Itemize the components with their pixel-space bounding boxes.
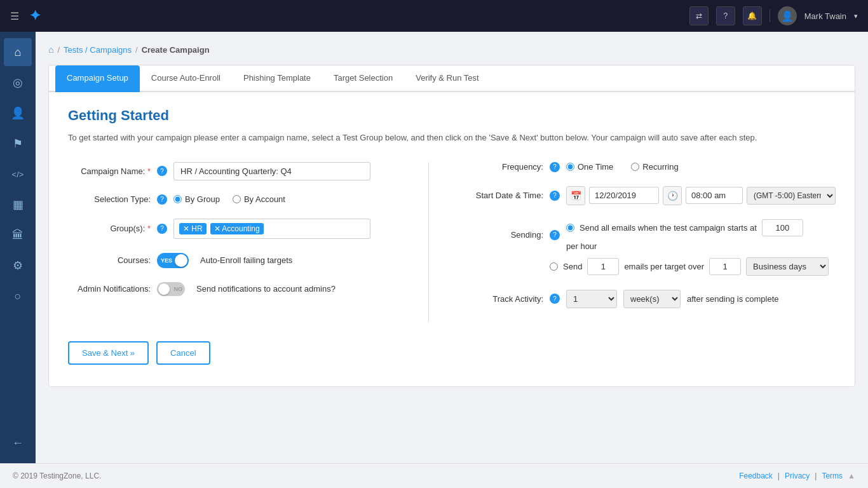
- date-input[interactable]: [589, 187, 659, 204]
- sidebar-item-settings[interactable]: ⚙: [4, 252, 32, 280]
- sidebar-item-circle[interactable]: ○: [4, 282, 32, 310]
- form-right-column: Frequency: ? One Time Recurring: [461, 162, 836, 322]
- track-activity-help-icon[interactable]: ?: [550, 294, 560, 304]
- save-next-button[interactable]: Save & Next »: [68, 341, 149, 365]
- start-datetime-label: Start Date & Time:: [461, 191, 543, 200]
- campaign-name-input[interactable]: [173, 162, 370, 180]
- send-all-radio[interactable]: [566, 224, 574, 232]
- sidebar-item-bank[interactable]: 🏛: [4, 221, 32, 249]
- send-text: Send: [563, 262, 582, 271]
- per-hour-text: per hour: [566, 241, 597, 251]
- sidebar: ⌂ ◎ 👤 ⚑ </> ▦ 🏛 ⚙ ○ ←: [0, 32, 36, 463]
- days-over-input[interactable]: [709, 258, 741, 275]
- recurring-radio[interactable]: [631, 163, 639, 171]
- groups-required-indicator: *: [147, 224, 151, 233]
- one-time-radio[interactable]: [566, 163, 574, 171]
- groups-label: Group(s): *: [68, 224, 151, 233]
- campaign-name-help-icon[interactable]: ?: [157, 166, 167, 176]
- tab-target-selection[interactable]: Target Selection: [322, 65, 404, 92]
- calendar-icon[interactable]: 📅: [566, 186, 585, 205]
- one-time-option[interactable]: One Time: [566, 162, 613, 172]
- sidebar-item-users[interactable]: 👤: [4, 99, 32, 127]
- footer-feedback-link[interactable]: Feedback: [739, 471, 773, 480]
- scroll-to-top-icon[interactable]: ▲: [848, 471, 855, 480]
- yes-toggle-label: YES: [161, 257, 172, 264]
- by-group-label: By Group: [185, 194, 220, 204]
- sidebar-item-back[interactable]: ←: [4, 429, 32, 457]
- start-datetime-help-icon[interactable]: ?: [550, 191, 560, 201]
- toggle-knob: [158, 283, 170, 295]
- form-title: Getting Started: [68, 107, 836, 124]
- sending-option1-line: Send all emails when the test campaign s…: [566, 219, 836, 251]
- help-icon[interactable]: ?: [716, 6, 735, 25]
- by-account-radio[interactable]: [233, 195, 241, 203]
- toggle-no-label: NO: [174, 286, 183, 292]
- notification-icon[interactable]: 🔔: [743, 6, 762, 25]
- recurring-option[interactable]: Recurring: [631, 162, 678, 172]
- track-activity-value-select[interactable]: 1: [566, 290, 617, 308]
- sidebar-item-chart[interactable]: ▦: [4, 191, 32, 219]
- clock-icon[interactable]: 🕐: [663, 186, 682, 205]
- breadcrumb-sep2: /: [135, 45, 138, 55]
- groups-row: Group(s): * ? ✕ HR ✕ Accounting: [68, 219, 397, 239]
- track-activity-unit-select[interactable]: week(s): [623, 290, 681, 308]
- logo-icon: ✦: [29, 8, 41, 24]
- recurring-label: Recurring: [642, 162, 678, 172]
- track-activity-label: Track Activity:: [461, 294, 543, 304]
- by-group-option[interactable]: By Group: [173, 194, 220, 204]
- groups-help-icon[interactable]: ?: [157, 224, 167, 234]
- user-name[interactable]: Mark Twain: [804, 11, 846, 21]
- business-days-select[interactable]: Business days: [746, 257, 829, 276]
- sidebar-item-reports[interactable]: ⚑: [4, 130, 32, 158]
- send-per-hour-input[interactable]: [762, 219, 803, 236]
- sending-row: Sending: ? Send all emails when the test…: [461, 219, 836, 276]
- form-content: Getting Started To get started with your…: [49, 92, 855, 386]
- tag-hr[interactable]: ✕ HR: [179, 223, 207, 234]
- send-all-text: Send all emails when the test campaign s…: [580, 223, 757, 233]
- footer-privacy-link[interactable]: Privacy: [785, 471, 810, 480]
- courses-toggle[interactable]: YES: [157, 253, 189, 268]
- groups-tags-input[interactable]: ✕ HR ✕ Accounting: [173, 219, 370, 239]
- footer: © 2019 TestingZone, LLC. Feedback | Priv…: [0, 463, 868, 488]
- sidebar-item-code[interactable]: </>: [4, 160, 32, 188]
- required-indicator: *: [147, 166, 151, 176]
- footer-terms-link[interactable]: Terms: [822, 471, 843, 480]
- tab-campaign-setup[interactable]: Campaign Setup: [55, 65, 140, 92]
- courses-label: Courses:: [68, 255, 151, 265]
- time-input[interactable]: [686, 187, 743, 204]
- column-divider: [428, 162, 429, 322]
- start-datetime-row: Start Date & Time: ? 📅 🕐 (GMT -5:00) Eas…: [461, 186, 836, 205]
- datetime-group: 📅 🕐 (GMT -5:00) Eastern Ti: [566, 186, 836, 205]
- frequency-help-icon[interactable]: ?: [550, 162, 560, 172]
- yes-toggle-knob: [175, 254, 187, 267]
- sending-help-icon[interactable]: ?: [550, 230, 560, 240]
- breadcrumb-home-icon[interactable]: ⌂: [48, 44, 53, 55]
- campaign-name-label: Campaign Name: *: [68, 166, 151, 176]
- expand-icon[interactable]: ⇄: [689, 6, 709, 25]
- breadcrumb-campaigns-link[interactable]: Tests / Campaigns: [64, 45, 132, 55]
- tab-verify-run-test[interactable]: Verify & Run Test: [404, 65, 490, 92]
- button-row: Save & Next » Cancel: [68, 341, 836, 371]
- user-dropdown-icon[interactable]: ▾: [854, 12, 858, 20]
- form-description: To get started with your campaign please…: [68, 132, 836, 144]
- by-account-option[interactable]: By Account: [233, 194, 285, 204]
- cancel-button[interactable]: Cancel: [156, 341, 210, 365]
- tab-course-auto-enroll[interactable]: Course Auto-Enroll: [140, 65, 232, 92]
- tag-accounting[interactable]: ✕ Accounting: [210, 223, 264, 234]
- sidebar-item-analytics[interactable]: ◎: [4, 69, 32, 97]
- track-activity-row: Track Activity: ? 1 week(s) after sendin…: [461, 290, 836, 308]
- tab-phishing-template[interactable]: Phishing Template: [232, 65, 322, 92]
- tab-bar: Campaign Setup Course Auto-Enroll Phishi…: [49, 65, 855, 92]
- footer-copyright: © 2019 TestingZone, LLC.: [13, 471, 101, 480]
- send-scheduled-radio[interactable]: [550, 262, 558, 271]
- admin-notifications-toggle[interactable]: NO: [157, 282, 185, 296]
- by-group-radio[interactable]: [173, 195, 182, 203]
- timezone-select[interactable]: (GMT -5:00) Eastern Ti: [747, 187, 836, 205]
- hamburger-icon[interactable]: ☰: [10, 10, 19, 22]
- selection-type-help-icon[interactable]: ?: [157, 194, 167, 205]
- selection-type-label: Selection Type:: [68, 194, 151, 204]
- admin-notifications-label: Admin Notifications:: [68, 284, 151, 294]
- sidebar-item-dashboard[interactable]: ⌂: [4, 38, 32, 66]
- frequency-radio-group: One Time Recurring: [566, 162, 679, 172]
- emails-per-target-input[interactable]: [587, 258, 619, 275]
